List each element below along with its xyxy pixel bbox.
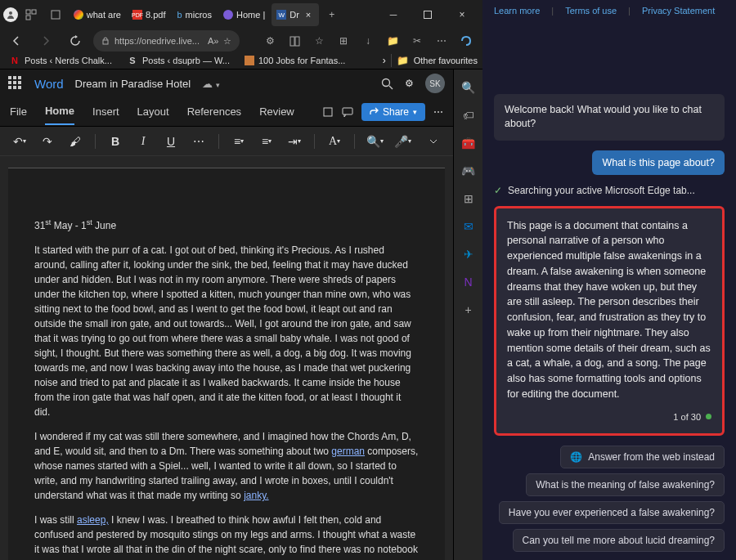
sidebar-send-icon[interactable]: ✈ <box>460 246 477 262</box>
indent-button[interactable]: ⇥▾ <box>283 131 306 152</box>
tab-2[interactable]: bmicros <box>172 3 217 26</box>
document-title[interactable]: Dream in Paradise Hotel <box>75 78 191 90</box>
extensions-icon[interactable]: ⚙ <box>258 29 281 52</box>
settings-icon[interactable]: ⚙ <box>405 78 414 89</box>
tab-references[interactable]: References <box>187 99 241 124</box>
comments-icon[interactable] <box>342 106 353 118</box>
share-button[interactable]: Share▾ <box>361 103 425 121</box>
tab-4[interactable]: WDr× <box>272 3 319 26</box>
document-canvas[interactable]: 31st May - 1st June It started with the … <box>0 156 453 560</box>
sidebar-shopping-icon[interactable]: 🏷 <box>460 107 477 123</box>
paragraph-1: It started with the purr of a cat. I got… <box>34 243 419 419</box>
sidebar-onenote-icon[interactable]: N <box>460 274 477 290</box>
tab-review[interactable]: Review <box>259 99 294 124</box>
tab-actions-icon[interactable] <box>44 3 67 26</box>
svg-rect-2 <box>32 10 36 14</box>
redo-button[interactable]: ↷ <box>36 131 59 152</box>
svg-rect-10 <box>324 108 332 116</box>
learn-more-link[interactable]: Learn more <box>494 6 540 16</box>
more-icon[interactable]: ⋯ <box>430 29 453 52</box>
tab-1[interactable]: PDF8.pdf <box>128 3 170 26</box>
wallet-icon[interactable]: 📁 <box>381 29 404 52</box>
bold-button[interactable]: B <box>104 131 127 152</box>
tab-insert[interactable]: Insert <box>92 99 119 124</box>
split-icon[interactable] <box>283 29 306 52</box>
chat-links: Learn more | Terms of use | Privacy Stat… <box>482 0 736 21</box>
word-brand[interactable]: Word <box>34 77 64 91</box>
word-header: Word Dream in Paradise Hotel ☁ ▾ ⚙ SK <box>0 69 453 97</box>
app-launcher-icon[interactable] <box>8 76 23 91</box>
close-window-button[interactable]: × <box>445 0 479 29</box>
italic-button[interactable]: I <box>132 131 155 152</box>
searching-status: ✓ Searching your active Microsoft Edge t… <box>494 185 725 196</box>
browser-window: what are PDF8.pdf bmicros Home | WDr× + … <box>0 0 482 560</box>
bookmark-2[interactable]: 100 Jobs for Fantas... <box>240 53 349 68</box>
mode-icon[interactable] <box>322 106 334 118</box>
document-page[interactable]: 31st May - 1st June It started with the … <box>8 168 445 560</box>
sidebar-search-icon[interactable]: 🔍 <box>460 79 477 96</box>
svg-rect-11 <box>343 108 352 114</box>
suggestion-1[interactable]: What is the meaning of false awakening? <box>526 473 725 496</box>
copilot-icon[interactable] <box>455 29 478 52</box>
styles-button[interactable]: A▾ <box>323 131 346 152</box>
format-painter-button[interactable]: 🖌 <box>64 131 87 152</box>
new-tab-button[interactable]: + <box>321 3 343 26</box>
suggestion-0[interactable]: 🌐Answer from the web instead <box>560 446 725 468</box>
collections-icon[interactable]: ⊞ <box>332 29 355 52</box>
sidebar-add-icon[interactable]: + <box>460 302 477 318</box>
sidebar-ms-icon[interactable]: ⊞ <box>460 190 477 207</box>
ribbon-more-icon[interactable]: ⋯ <box>433 106 443 118</box>
tab-file[interactable]: File <box>10 99 27 124</box>
browser-titlebar: what are PDF8.pdf bmicros Home | WDr× + … <box>0 0 482 29</box>
word-app: Word Dream in Paradise Hotel ☁ ▾ ⚙ SK Fi… <box>0 69 482 560</box>
tab-layout[interactable]: Layout <box>137 99 169 124</box>
reader-icon[interactable]: A» <box>208 36 218 46</box>
bullets-button[interactable]: ≡▾ <box>227 131 250 152</box>
tab-0[interactable]: what are <box>69 3 126 26</box>
maximize-button[interactable] <box>411 0 445 29</box>
numbering-button[interactable]: ≡▾ <box>255 131 278 152</box>
suggestion-2[interactable]: Have you ever experienced a false awaken… <box>499 501 725 524</box>
svg-rect-8 <box>295 37 299 46</box>
svg-rect-1 <box>26 10 30 14</box>
answer-counter: 1 of 30 <box>507 410 711 424</box>
bookmark-1[interactable]: SPosts ‹ dsuprb — W... <box>123 52 234 69</box>
underline-button[interactable]: U <box>159 131 182 152</box>
address-bar[interactable]: https://onedrive.live... A» ☆ <box>93 30 240 52</box>
tab-3[interactable]: Home | <box>218 3 270 26</box>
svg-rect-7 <box>290 37 294 46</box>
bookmarks-overflow-icon[interactable]: › <box>383 55 386 66</box>
close-tab-icon[interactable]: × <box>303 9 314 20</box>
suggestion-3[interactable]: Can you tell me more about lucid dreamin… <box>513 529 725 552</box>
terms-link[interactable]: Terms of use <box>565 6 617 16</box>
svg-rect-6 <box>103 40 108 44</box>
avatar[interactable]: SK <box>425 74 445 93</box>
downloads-icon[interactable]: ↓ <box>357 29 379 52</box>
screenshot-icon[interactable]: ✂ <box>406 29 429 52</box>
ribbon-expand-button[interactable] <box>422 131 445 152</box>
url-text: https://onedrive.live... <box>114 36 200 46</box>
dictate-button[interactable]: 🎤▾ <box>391 131 414 152</box>
favorite-icon[interactable]: ☆ <box>223 36 231 47</box>
favorites-icon[interactable]: ☆ <box>307 29 330 52</box>
sidebar-tools-icon[interactable]: 🧰 <box>460 135 477 151</box>
minimize-button[interactable]: ─ <box>376 0 411 29</box>
back-button[interactable] <box>5 29 28 52</box>
font-more-button[interactable]: ⋯ <box>187 131 210 152</box>
workspaces-icon[interactable] <box>20 3 43 26</box>
sidebar-games-icon[interactable]: 🎮 <box>460 163 477 179</box>
bookmark-0[interactable]: NPosts ‹ Nerds Chalk... <box>5 52 116 69</box>
sidebar-outlook-icon[interactable]: ✉ <box>460 218 477 235</box>
copilot-panel: Learn more | Terms of use | Privacy Stat… <box>482 0 736 560</box>
check-icon: ✓ <box>494 185 502 196</box>
privacy-link[interactable]: Privacy Statement <box>642 6 715 16</box>
profile-icon[interactable] <box>3 7 18 22</box>
refresh-button[interactable] <box>64 29 87 52</box>
undo-button[interactable]: ↶▾ <box>8 131 31 152</box>
find-button[interactable]: 🔍▾ <box>363 131 386 152</box>
suggestions: 🌐Answer from the web instead What is the… <box>494 446 725 552</box>
search-icon[interactable] <box>381 78 393 90</box>
other-favorites[interactable]: Other favourites <box>414 56 478 65</box>
bookmarks-bar: NPosts ‹ Nerds Chalk... SPosts ‹ dsuprb … <box>0 52 482 69</box>
tab-home[interactable]: Home <box>45 98 74 125</box>
